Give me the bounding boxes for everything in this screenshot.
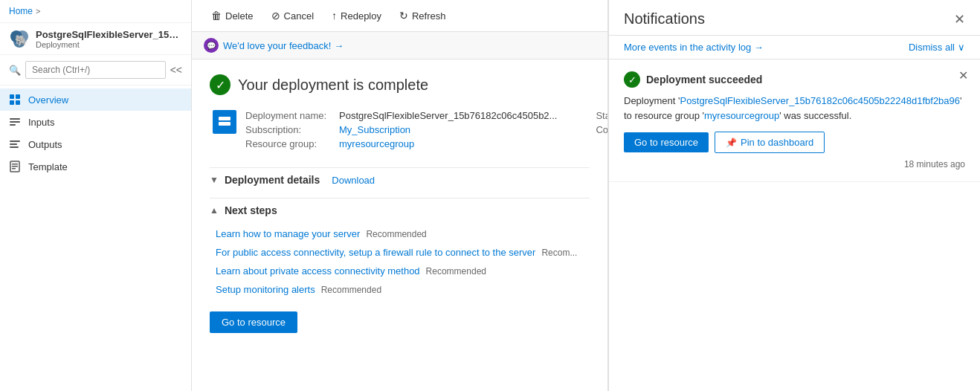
go-to-resource-button-main[interactable]: Go to resource [210,311,297,333]
collapse-sidebar-button[interactable]: << [170,64,182,76]
monitoring-link[interactable]: Setup monitoring alerts [216,284,315,295]
nav-items: Overview Inputs Outputs Template [0,85,191,181]
sidebar-item-outputs[interactable]: Outputs [0,133,191,155]
notification-body: Deployment 'PostgreSqlFlexibleServer_15b… [624,94,965,123]
start-time-label: Start time: [596,110,607,121]
notifications-actions: More events in the activity log → Dismis… [609,36,980,59]
dismiss-all-chevron-icon: ∨ [958,42,965,53]
deployment-name-value: PostgreSqlFlexibleServer_15b76182c06c450… [339,110,557,121]
deployment-info: Deployment name: PostgreSqlFlexibleServe… [210,110,590,152]
deployment-status-title: Your deployment is complete [238,77,428,94]
sidebar-item-overview[interactable]: Overview [0,88,191,111]
search-icon: 🔍 [9,65,21,76]
notification-title: Deployment succeeded [646,74,762,85]
main-content: 🗑 Delete ⊘ Cancel ↑ Redeploy ↻ Refresh 💬… [192,0,608,391]
delete-button[interactable]: 🗑 Delete [204,6,261,25]
correlation-label: Correlation [596,124,607,135]
subscription-label: Subscription: [245,124,335,135]
firewall-link[interactable]: For public access connectivity, setup a … [216,247,535,258]
dismiss-all-label: Dismiss all [909,42,955,53]
svg-rect-16 [12,166,18,167]
next-step-monitoring: Setup monitoring alerts Recommended [216,284,590,295]
notification-success-icon: ✓ [624,71,640,88]
notification-item-header: ✓ Deployment succeeded [624,71,965,88]
refresh-button[interactable]: ↻ Refresh [392,6,454,25]
svg-rect-11 [10,140,20,142]
resource-group-link[interactable]: myresourcegroup [339,138,414,149]
more-events-link[interactable]: More events in the activity log → [624,42,764,53]
search-input[interactable] [25,61,166,79]
cancel-button[interactable]: ⊘ Cancel [264,6,321,25]
sidebar-item-outputs-label: Outputs [28,139,62,150]
download-link[interactable]: Download [332,175,375,186]
next-steps-section-header[interactable]: ▲ Next steps [210,198,590,222]
delete-icon: 🗑 [211,10,222,22]
overview-icon [9,94,21,106]
pin-icon: 📌 [726,138,737,148]
feedback-link[interactable]: We'd love your feedback! → [223,40,344,51]
feedback-bar: 💬 We'd love your feedback! → [192,32,607,59]
next-step-manage-server: Learn how to manage your server Recommen… [216,228,590,239]
deployment-details-section[interactable]: ▼ Deployment details Download [210,167,590,192]
sidebar: Home > 🐘 PostgreSqlFlexibleServer_15b761… [0,0,192,391]
server-icon [213,110,236,134]
redeploy-button[interactable]: ↑ Redeploy [324,6,389,25]
sidebar-item-overview-label: Overview [28,94,68,106]
private-access-link[interactable]: Learn about private access connectivity … [216,265,420,277]
svg-rect-9 [10,121,20,123]
postgresql-icon: 🐘 [9,29,30,50]
notification-resource-link[interactable]: PostgreSqlFlexibleServer_15b76182c06c450… [680,95,960,106]
redeploy-icon: ↑ [332,10,337,22]
svg-rect-17 [12,168,16,169]
breadcrumb-separator: > [36,7,40,16]
deployment-name-label: Deployment name: [245,110,335,121]
breadcrumb-home[interactable]: Home [9,6,33,16]
sidebar-item-inputs[interactable]: Inputs [0,111,191,133]
subscription-link[interactable]: My_Subscription [339,124,410,135]
notification-group-link[interactable]: myresourcegroup [704,110,779,121]
manage-server-badge: Recommended [366,229,426,239]
svg-rect-19 [219,122,231,126]
notification-item: ✕ ✓ Deployment succeeded Deployment 'Pos… [609,59,980,182]
feedback-icon: 💬 [204,38,219,53]
monitoring-badge: Recommended [321,285,381,295]
sidebar-item-template[interactable]: Template [0,155,191,178]
success-icon: ✓ [210,74,231,95]
svg-rect-18 [219,117,231,120]
notification-go-to-resource-button[interactable]: Go to resource [624,132,709,152]
svg-rect-7 [16,100,20,105]
resource-header: 🐘 PostgreSqlFlexibleServer_15b76182c06c4… [0,23,191,55]
next-step-private-access: Learn about private access connectivity … [216,265,590,277]
manage-server-link[interactable]: Learn how to manage your server [216,228,360,239]
sidebar-item-inputs-label: Inputs [28,117,54,128]
next-step-firewall: For public access connectivity, setup a … [216,247,590,258]
resource-group-row: Resource group: myresourcegroup [245,138,607,149]
svg-rect-5 [16,94,20,99]
svg-rect-4 [10,94,14,99]
toolbar: 🗑 Delete ⊘ Cancel ↑ Redeploy ↻ Refresh [192,0,607,32]
notification-actions: Go to resource 📌 Pin to dashboard [624,132,965,153]
breadcrumb: Home > [0,0,191,23]
notification-close-button[interactable]: ✕ [958,68,968,83]
resource-title-area: PostgreSqlFlexibleServer_15b76182c06c450… [36,29,181,49]
collapse-details-icon: ▼ [210,175,219,185]
deployment-success-header: ✓ Your deployment is complete [210,74,590,95]
svg-rect-6 [10,100,14,105]
template-icon [9,161,21,172]
next-steps-title: Next steps [225,204,277,216]
notifications-close-button[interactable]: ✕ [954,11,965,28]
deployment-meta: Deployment name: PostgreSqlFlexibleServe… [245,110,607,152]
subscription-row: Subscription: My_Subscription Correlatio… [245,124,607,135]
svg-rect-12 [10,143,17,145]
notification-pin-to-dashboard-button[interactable]: 📌 Pin to dashboard [715,132,825,153]
deployment-details-title: Deployment details [225,174,320,186]
notifications-title: Notifications [624,10,705,28]
svg-text:🐘: 🐘 [15,34,28,47]
resource-name: PostgreSqlFlexibleServer_15b76182c06c450… [36,29,181,40]
resource-type: Deployment [36,40,181,49]
outputs-icon [9,138,21,150]
notifications-panel: Notifications ✕ More events in the activ… [608,0,980,391]
svg-rect-15 [12,164,18,165]
dismiss-all-button[interactable]: Dismiss all ∨ [909,42,965,53]
refresh-icon: ↻ [399,10,408,22]
